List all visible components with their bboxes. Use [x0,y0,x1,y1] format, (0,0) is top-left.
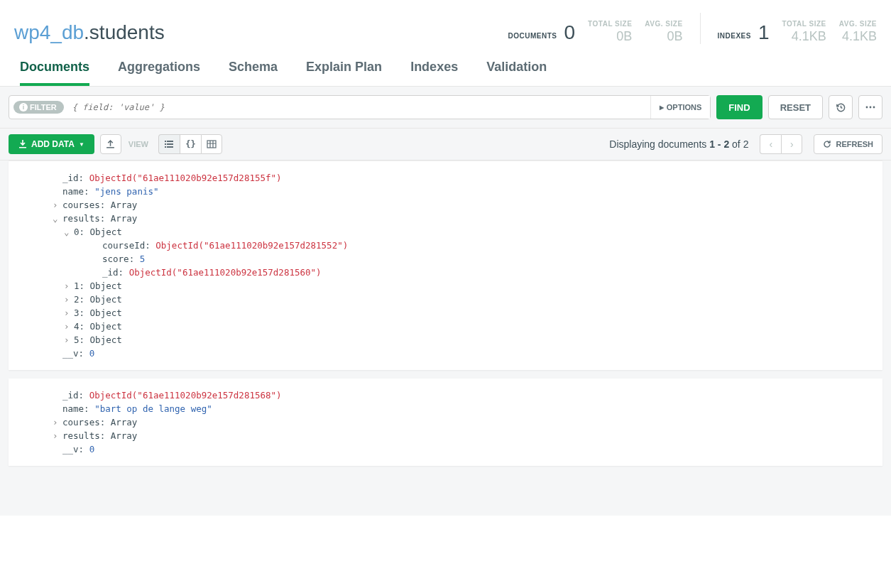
expand-toggle[interactable]: › [64,320,71,333]
tab-aggregations[interactable]: Aggregations [118,60,200,86]
query-bar: iFILTER ▶OPTIONS FIND RESET [0,87,891,129]
view-table-button[interactable] [201,134,222,154]
refresh-icon [823,140,831,148]
document-field-row: ⌄results: Array [62,212,868,225]
document-field-row: ›courses: Array [62,198,868,212]
document-field-row: name: "jens panis" [62,185,868,198]
document-field-row: ›results: Array [62,429,868,442]
expand-toggle[interactable]: › [53,415,60,429]
list-icon [164,139,174,149]
expand-toggle[interactable]: › [64,293,71,306]
expand-toggle[interactable]: › [53,198,60,212]
prev-page-button[interactable]: ‹ [760,134,781,154]
document-field-row: ›3: Object [62,306,868,320]
svg-rect-5 [165,143,166,145]
ellipsis-icon [865,102,876,113]
expand-toggle[interactable]: ⌄ [53,212,60,225]
view-json-button[interactable]: {} [180,134,201,154]
svg-rect-8 [167,146,173,148]
more-button[interactable] [858,95,882,119]
history-icon [836,102,846,113]
document-field-row: ›2: Object [62,293,868,306]
document-field-row: ⌄0: Object [62,225,868,239]
download-icon [18,140,27,148]
collection-tabs: Documents Aggregations Schema Explain Pl… [0,44,891,87]
collection-title: wp4_db.students [14,21,165,44]
find-button[interactable]: FIND [716,95,762,119]
indexes-count: 1 [758,21,770,44]
documents-list: _id: ObjectId("61ae111020b92e157d28155f"… [0,160,891,516]
add-data-button[interactable]: ADD DATA ▼ [9,134,94,154]
database-name: wp4_db [14,21,84,43]
chevron-right-icon: › [790,138,794,150]
tab-documents[interactable]: Documents [20,60,89,86]
import-button[interactable] [100,134,121,154]
documents-label: DOCUMENTS [508,32,557,44]
caret-down-icon: ▼ [79,141,84,148]
expand-toggle[interactable]: › [64,333,71,347]
view-mode-group: {} [158,134,222,154]
svg-rect-4 [167,141,173,142]
chevron-left-icon: ‹ [770,138,773,150]
next-page-button[interactable]: › [781,134,802,154]
document-field-row: ›1: Object [62,279,868,293]
display-count-text: Displaying documents 1 - 2 of 2 [609,138,748,150]
documents-toolbar: ADD DATA ▼ VIEW {} Displaying documents … [0,129,891,160]
reset-button[interactable]: RESET [768,95,823,119]
refresh-button[interactable]: REFRESH [814,134,882,154]
svg-rect-6 [167,143,173,145]
svg-rect-3 [165,141,166,142]
options-button[interactable]: ▶OPTIONS [650,96,711,119]
svg-rect-9 [207,141,216,148]
document-field-row: _id: ObjectId("61ae111020b92e157d281568"… [62,388,868,402]
history-button[interactable] [829,95,853,119]
document-field-row: __v: 0 [62,347,868,360]
document-field-row: courseId: ObjectId("61ae111020b92e157d28… [62,239,868,252]
filter-input[interactable] [64,102,650,112]
expand-toggle[interactable]: › [53,429,60,442]
filter-badge: iFILTER [13,101,64,114]
filter-input-wrap: iFILTER ▶OPTIONS [9,95,711,119]
tab-schema[interactable]: Schema [229,60,278,86]
document-field-row: __v: 0 [62,442,868,456]
svg-point-1 [870,107,872,109]
documents-count: 0 [564,21,576,44]
table-icon [207,139,217,149]
document-field-row: name: "bart op de lange weg" [62,402,868,415]
svg-point-2 [873,107,875,109]
upload-icon [106,140,115,149]
document-field-row: ›4: Object [62,320,868,333]
indexes-label: INDEXES [718,32,751,44]
svg-point-0 [866,107,868,109]
braces-icon: {} [185,139,195,149]
document-card[interactable]: _id: ObjectId("61ae111020b92e157d28155f"… [9,160,882,370]
document-card[interactable]: _id: ObjectId("61ae111020b92e157d281568"… [9,379,882,466]
document-field-row: _id: ObjectId("61ae111020b92e157d281560"… [62,266,868,279]
expand-toggle[interactable]: › [64,306,71,320]
tab-indexes[interactable]: Indexes [410,60,458,86]
expand-toggle[interactable]: › [64,279,71,293]
collection-stats: DOCUMENTS 0 TOTAL SIZE0B AVG. SIZE0B IND… [508,13,877,44]
info-icon: i [19,103,28,111]
collection-header: wp4_db.students DOCUMENTS 0 TOTAL SIZE0B… [0,0,891,44]
tab-validation[interactable]: Validation [486,60,547,86]
document-field-row: score: 5 [62,252,868,266]
document-field-row: ›5: Object [62,333,868,347]
expand-toggle[interactable]: ⌄ [64,225,71,239]
view-list-button[interactable] [158,134,180,154]
stats-divider [700,13,701,44]
pager: ‹ › [760,134,802,154]
svg-rect-7 [165,146,166,148]
tab-explain-plan[interactable]: Explain Plan [306,60,382,86]
collection-name: .students [84,21,165,43]
document-field-row: _id: ObjectId("61ae111020b92e157d28155f"… [62,171,868,185]
document-field-row: ›courses: Array [62,415,868,429]
view-label: VIEW [129,140,148,148]
